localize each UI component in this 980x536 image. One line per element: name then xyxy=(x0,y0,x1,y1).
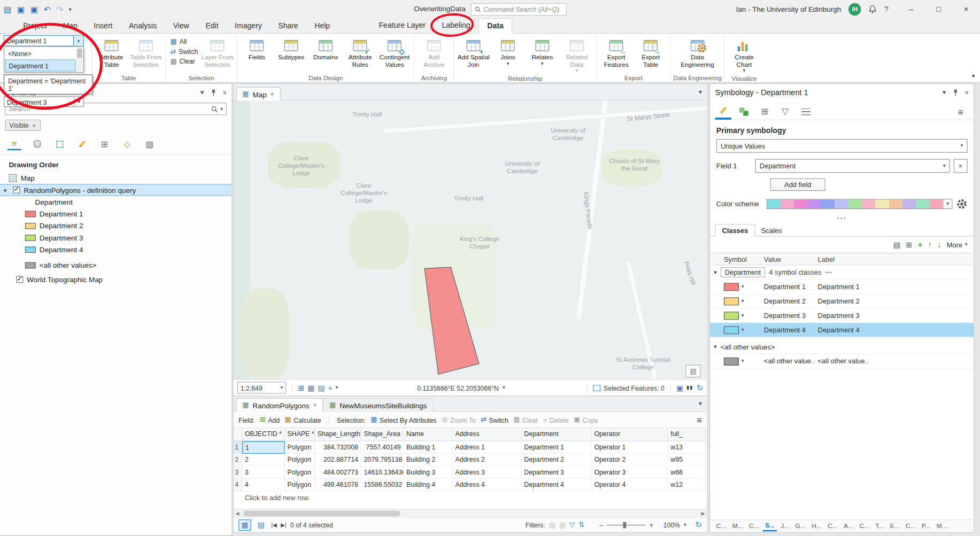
refresh-icon[interactable]: ↻ xyxy=(696,383,703,393)
class-swatch[interactable] xyxy=(25,235,36,241)
add-spatial-join-button[interactable]: + Add Spatial Join xyxy=(457,35,490,68)
swatch-chevron-icon[interactable]: ▾ xyxy=(742,328,744,332)
table-cell[interactable]: Address 1 xyxy=(453,441,522,454)
class-group-row[interactable]: ▾ Department 4 symbol classes ••• xyxy=(710,266,974,280)
definition-query-combo-2[interactable]: Department 3 ▾ xyxy=(4,96,84,107)
domains-button[interactable]: Domains xyxy=(309,35,343,61)
map-notification-icon[interactable]: ▤ xyxy=(685,365,700,377)
swatch-chevron-icon[interactable]: ▾ xyxy=(742,359,744,363)
collapse-ribbon-icon[interactable]: ▴ xyxy=(972,72,975,79)
ribbon-tab-project[interactable]: Project xyxy=(15,19,55,33)
add-new-row[interactable]: Click to add new row. xyxy=(234,491,707,503)
panel-options-chevron-icon[interactable]: ▾ xyxy=(943,88,946,96)
zoom-to-button[interactable]: ◎Zoom To xyxy=(442,416,476,424)
table-cell[interactable]: Polygon xyxy=(285,467,315,479)
close-button[interactable]: × xyxy=(952,0,980,19)
table-cell[interactable]: Department 3 xyxy=(522,467,592,479)
pin-icon[interactable] xyxy=(210,89,217,96)
table-cell[interactable]: w95 xyxy=(668,454,706,466)
coords-chevron-icon[interactable]: ▾ xyxy=(503,385,505,391)
show-table-icon[interactable]: ▤ xyxy=(893,240,900,249)
tree-item-class[interactable]: Department 1 xyxy=(0,208,232,220)
ribbon-tab-edit[interactable]: Edit xyxy=(197,19,227,33)
table-cell[interactable]: 15586.55032 xyxy=(361,479,404,491)
table-cell[interactable]: 484.002773 xyxy=(315,467,361,479)
close-icon[interactable]: × xyxy=(964,89,969,96)
table-cell[interactable]: Building 1 xyxy=(404,441,452,454)
list-by-drawing-order-icon[interactable]: ≡ xyxy=(7,138,21,150)
combo-dropdown-button[interactable]: ▾ xyxy=(73,36,83,46)
pan-tool-icon[interactable]: + xyxy=(328,383,332,392)
panel-tab[interactable]: P... xyxy=(919,522,932,531)
dropdown-item-none[interactable]: <None> xyxy=(5,48,75,59)
add-field-button[interactable]: Add field xyxy=(770,178,825,191)
table-cell[interactable]: Department 2 xyxy=(522,454,592,466)
combo-dropdown-button[interactable]: ▾ xyxy=(74,97,83,107)
table-cell[interactable]: Department 4 xyxy=(522,479,592,491)
tree-item-class[interactable]: Department 3 xyxy=(0,231,232,243)
ribbon-tab-labeling[interactable]: Labeling xyxy=(434,18,479,33)
table-cell[interactable]: Operator 2 xyxy=(592,454,668,466)
sort-icon[interactable]: ⇅ xyxy=(578,521,584,529)
table-cell[interactable]: 7557.40149 xyxy=(361,441,404,454)
primary-symbology-icon[interactable] xyxy=(715,103,731,119)
filter-selected-icon[interactable]: ◎ xyxy=(549,521,555,529)
tree-item-basemap[interactable]: World Topographic Map xyxy=(0,274,232,285)
relates-button[interactable]: Relates ▾ xyxy=(526,35,559,66)
layer-from-selection-button[interactable]: Layer From Selection xyxy=(200,35,234,68)
dropdown-scrollbar[interactable] xyxy=(76,48,83,72)
map-scale-combo[interactable]: 1:2,649 ▾ xyxy=(237,382,286,393)
tab-scales[interactable]: Scales xyxy=(755,224,788,236)
basemap-visibility-checkbox[interactable] xyxy=(16,276,23,283)
definition-query-combo[interactable]: Department 1 ▾ xyxy=(4,35,84,46)
table-cell[interactable]: Building 2 xyxy=(404,454,452,466)
map-tab[interactable]: ▦ Map × xyxy=(236,87,281,101)
symbol-layer-drawing-icon[interactable]: ⊞ xyxy=(757,103,773,119)
table-menu-icon[interactable]: ≡ xyxy=(697,415,702,425)
table-cell[interactable]: 2079.795138 xyxy=(361,454,404,466)
more-button[interactable]: More ▾ xyxy=(947,241,968,248)
add-archive-button[interactable]: Add Archive xyxy=(417,35,451,68)
expander-icon[interactable]: ▾ xyxy=(714,269,716,276)
group-menu-dots-icon[interactable]: ••• xyxy=(825,269,832,275)
command-search-input[interactable] xyxy=(483,6,563,13)
panel-tab[interactable]: C... xyxy=(857,522,872,531)
ribbon-tab-help[interactable]: Help xyxy=(306,19,338,33)
minimize-button[interactable]: – xyxy=(897,0,925,19)
close-tab-icon[interactable]: × xyxy=(271,91,274,98)
visible-filter-chip[interactable]: Visible × xyxy=(5,120,40,131)
panel-tab[interactable]: T... xyxy=(873,522,886,531)
zoom-level[interactable]: 100% xyxy=(663,521,680,529)
form-view-icon[interactable]: ▤ xyxy=(255,519,267,531)
selected-polygon-feature[interactable] xyxy=(425,267,479,374)
layer-visibility-checkbox[interactable] xyxy=(13,187,20,193)
panel-tab[interactable]: H... xyxy=(809,522,824,531)
clear-selection-button[interactable]: ▦Clear xyxy=(168,57,200,66)
panel-tab[interactable]: A... xyxy=(841,522,855,531)
panel-tab-symbology[interactable]: S... xyxy=(762,521,777,531)
symbol-swatch[interactable] xyxy=(724,297,739,305)
ribbon-tab-share[interactable]: Share xyxy=(270,19,306,33)
list-by-snapping-icon[interactable]: ⊞ xyxy=(98,138,112,150)
command-search[interactable] xyxy=(471,3,567,15)
class-swatch[interactable] xyxy=(25,262,36,268)
data-engineering-button[interactable]: Data Engineering xyxy=(677,35,718,68)
selection-grid-icon[interactable]: ⊞ xyxy=(298,383,304,392)
select-by-attributes-button[interactable]: ▦Select By Attributes xyxy=(371,416,437,424)
save-as-icon[interactable]: ▣ xyxy=(30,5,38,14)
swatch-chevron-icon[interactable]: ▾ xyxy=(742,284,744,289)
symbology-filter-icon[interactable]: ▽ xyxy=(777,103,793,119)
fields-button[interactable]: Fields xyxy=(240,35,274,61)
add-field-button[interactable]: ⊞Add xyxy=(260,416,280,424)
select-none-icon[interactable]: ▣ xyxy=(676,383,683,392)
tree-item-map[interactable]: Map xyxy=(0,172,232,184)
table-cell[interactable]: Operator 1 xyxy=(592,441,668,454)
add-values-icon[interactable]: ⊞ xyxy=(906,240,913,249)
list-by-data-source-icon[interactable] xyxy=(30,138,44,150)
table-cell[interactable]: Department 1 xyxy=(522,441,592,454)
table-view-icon[interactable]: ▦ xyxy=(238,519,251,531)
expander-icon[interactable]: ▾ xyxy=(714,344,716,350)
map-canvas[interactable]: Trinity Hall University of Cambridge St … xyxy=(234,101,707,379)
ribbon-tab-analysis[interactable]: Analysis xyxy=(121,19,165,33)
tools-chevron-icon[interactable]: ▾ xyxy=(335,385,338,391)
